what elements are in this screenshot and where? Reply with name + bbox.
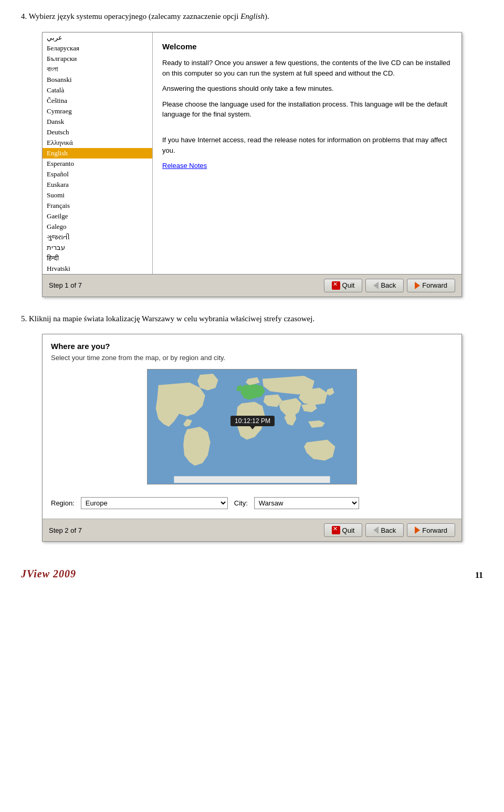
lang-item-galego[interactable]: Galego (43, 222, 152, 232)
installer-footer-2: Step 2 of 7 Quit Back Forward (43, 519, 461, 541)
lang-item-hrvatski[interactable]: Hrvatski (43, 263, 152, 274)
lang-item-arabic[interactable]: عربي (43, 33, 152, 43)
lang-scroll-wrapper: عربيБеларускаяБългарскиবাংলাBosanskiCata… (43, 33, 152, 274)
quit-button-1[interactable]: Quit (324, 279, 363, 292)
region-label: Region: (51, 499, 75, 507)
welcome-p3: Please choose the language used for the … (162, 99, 452, 120)
installer-body-1: عربيБеларускаяБългарскиবাংলাBosanskiCata… (43, 33, 461, 275)
lang-item-gaeilge[interactable]: Gaeilge (43, 211, 152, 222)
back-icon-2 (373, 526, 379, 534)
step4-italic: English (240, 12, 265, 20)
language-list: عربيБеларускаяБългарскиবাংলাBosanskiCata… (43, 33, 152, 274)
lang-item-esperanto[interactable]: Esperanto (43, 159, 152, 169)
back-label-2: Back (381, 526, 396, 534)
lang-item-deutsch[interactable]: Deutsch (43, 127, 152, 138)
time-display: 10:12:12 PM (235, 417, 270, 425)
welcome-title: Welcome (162, 41, 452, 53)
forward-icon-2 (415, 526, 420, 534)
page-footer: JView 2009 11 (21, 563, 483, 580)
step4-paragraph: 4. Wybierz język systemu operacyjnego (z… (21, 10, 483, 23)
lang-item-bengali[interactable]: বাংলা (43, 64, 152, 75)
quit-icon-1 (332, 281, 340, 290)
lang-item-bosanski[interactable]: Bosanski (43, 75, 152, 85)
welcome-p2: Answering the questions should only take… (162, 83, 452, 94)
time-tooltip: 10:12:12 PM (230, 416, 275, 426)
lang-item-euskara[interactable]: Euskara (43, 180, 152, 190)
footer-buttons-2: Quit Back Forward (324, 523, 455, 537)
release-notes-link[interactable]: Release Notes (162, 162, 207, 170)
step4-number: 4. (21, 12, 27, 20)
lang-item-francais[interactable]: Français (43, 201, 152, 211)
lang-item-cestina[interactable]: Čeština (43, 96, 152, 106)
lang-item-espanol[interactable]: Español (43, 169, 152, 180)
quit-label-2: Quit (342, 526, 355, 534)
lang-item-hebrew[interactable]: עברית (43, 242, 152, 253)
city-select[interactable]: Warsaw (254, 497, 359, 509)
quit-label-1: Quit (342, 281, 355, 289)
quit-button-2[interactable]: Quit (324, 523, 363, 537)
forward-label-2: Forward (422, 526, 447, 534)
back-button-2[interactable]: Back (365, 523, 404, 537)
welcome-pane: Welcome Ready to install? Once you answe… (153, 33, 461, 274)
world-map[interactable]: 10:12:12 PM (147, 369, 357, 484)
step5-number: 5. (21, 314, 27, 323)
where-title: Where are you? (51, 342, 453, 351)
back-label-1: Back (381, 281, 396, 289)
welcome-p1: Ready to install? Once you answer a few … (162, 58, 452, 78)
forward-button-1[interactable]: Forward (407, 279, 455, 292)
lang-item-gujarati[interactable]: ગુજરાતી (43, 232, 152, 242)
forward-button-2[interactable]: Forward (407, 523, 455, 537)
back-icon-1 (373, 282, 379, 289)
region-select[interactable]: Europe (81, 497, 228, 509)
installer-footer-1: Step 1 of 7 Quit Back Forward (43, 275, 461, 297)
lang-item-ellinika[interactable]: Ελληνικά (43, 138, 152, 148)
lang-item-bulgarian[interactable]: Български (43, 54, 152, 64)
forward-icon-1 (415, 282, 420, 289)
lang-item-english[interactable]: English (43, 148, 152, 159)
step5-paragraph: 5. Kliknij na mapie świata lokalizację W… (21, 313, 483, 325)
page-number: 11 (475, 571, 483, 580)
step4-suffix: ). (265, 12, 269, 20)
footer-buttons-1: Quit Back Forward (324, 279, 455, 292)
language-list-pane: عربيБеларускаяБългарскиবাংলাBosanskiCata… (43, 33, 153, 274)
lang-item-suomi[interactable]: Suomi (43, 190, 152, 201)
lang-item-hindi[interactable]: हिन्दी (43, 253, 152, 263)
installer-window-1: عربيБеларускаяБългарскиবাংলাBosanskiCata… (42, 32, 462, 297)
lang-item-belarusian[interactable]: Беларуская (43, 43, 152, 54)
where-body: Where are you? Select your time zone fro… (43, 334, 461, 519)
step-indicator-2: Step 2 of 7 (49, 526, 82, 534)
installer-window-2: Where are you? Select your time zone fro… (42, 334, 462, 542)
lang-item-catala[interactable]: Català (43, 85, 152, 96)
city-label: City: (234, 499, 248, 507)
step5-text: Kliknij na mapie świata lokalizację Wars… (27, 314, 314, 323)
brand-label: JView 2009 (21, 568, 76, 580)
lang-item-cymraeg[interactable]: Cymraeg (43, 106, 152, 117)
back-button-1[interactable]: Back (365, 279, 404, 292)
step-indicator-1: Step 1 of 7 (49, 281, 82, 289)
forward-label-1: Forward (422, 281, 447, 289)
lang-item-dansk[interactable]: Dansk (43, 117, 152, 127)
location-selectors: Region: Europe City: Warsaw (51, 493, 453, 511)
lang-scroll-inner[interactable]: عربيБеларускаяБългарскиবাংলাBosanskiCata… (43, 33, 152, 274)
step4-text: Wybierz język systemu operacyjnego (zale… (27, 12, 240, 20)
where-subtitle: Select your time zone from the map, or b… (51, 354, 453, 362)
quit-icon-2 (332, 526, 340, 534)
welcome-p4: If you have Internet access, read the re… (162, 135, 452, 155)
